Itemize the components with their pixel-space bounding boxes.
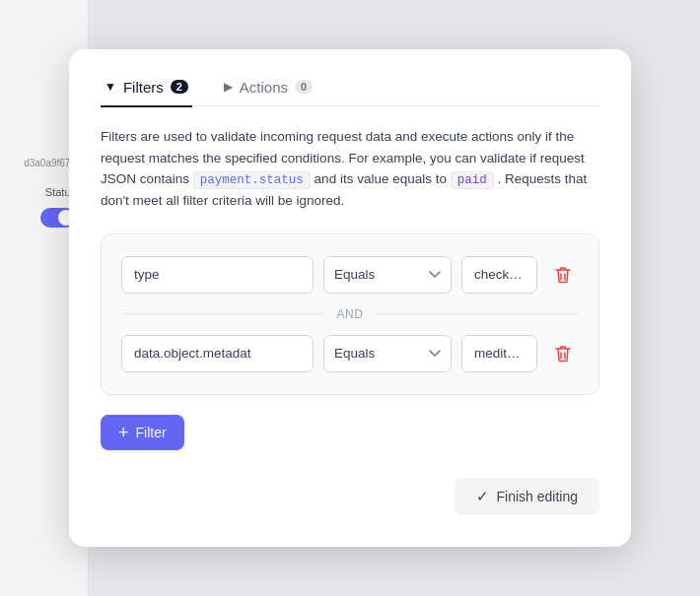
filters-tab-label: Filters	[123, 79, 164, 96]
filter-box: Equals Not equals Contains AND Equals	[101, 233, 599, 395]
filter-operator-2[interactable]: Equals Not equals Contains	[323, 335, 452, 372]
actions-tab-label: Actions	[240, 79, 288, 96]
code-payment-status: payment.status	[193, 171, 311, 189]
delete-filter-1-button[interactable]	[547, 259, 579, 291]
plus-icon: +	[118, 424, 129, 441]
filter-row-1: Equals Not equals Contains	[121, 256, 579, 294]
code-paid: paid	[451, 171, 494, 189]
add-filter-label: Filter	[136, 425, 167, 440]
finish-editing-label: Finish editing	[497, 489, 579, 504]
and-label: AND	[337, 307, 364, 321]
actions-icon: ▶	[224, 80, 233, 94]
filter-value-2[interactable]	[461, 335, 537, 372]
tab-actions[interactable]: ▶ Actions 0	[220, 79, 316, 107]
finish-editing-button[interactable]: ✓ Finish editing	[455, 478, 600, 515]
filter-field-2[interactable]	[121, 335, 314, 372]
filters-tab-badge: 2	[171, 80, 188, 94]
actions-tab-badge: 0	[295, 80, 313, 94]
check-icon: ✓	[476, 488, 489, 505]
modal-footer: ✓ Finish editing	[101, 478, 599, 515]
desc-middle: and its value equals to	[315, 171, 447, 186]
modal: ▼ Filters 2 ▶ Actions 0 Filters are used…	[69, 49, 631, 547]
delete-filter-2-button[interactable]	[547, 338, 579, 369]
filter-field-1[interactable]	[121, 256, 314, 294]
and-divider: AND	[121, 307, 579, 321]
filter-value-1[interactable]	[461, 256, 537, 294]
filter-icon: ▼	[105, 80, 116, 94]
tabs-container: ▼ Filters 2 ▶ Actions 0	[101, 77, 599, 106]
add-filter-button[interactable]: + Filter	[101, 415, 184, 450]
description-text: Filters are used to validate incoming re…	[101, 126, 599, 212]
tab-filters[interactable]: ▼ Filters 2	[101, 79, 192, 107]
filter-row-2: Equals Not equals Contains	[121, 335, 579, 372]
filter-operator-1[interactable]: Equals Not equals Contains	[323, 256, 452, 294]
